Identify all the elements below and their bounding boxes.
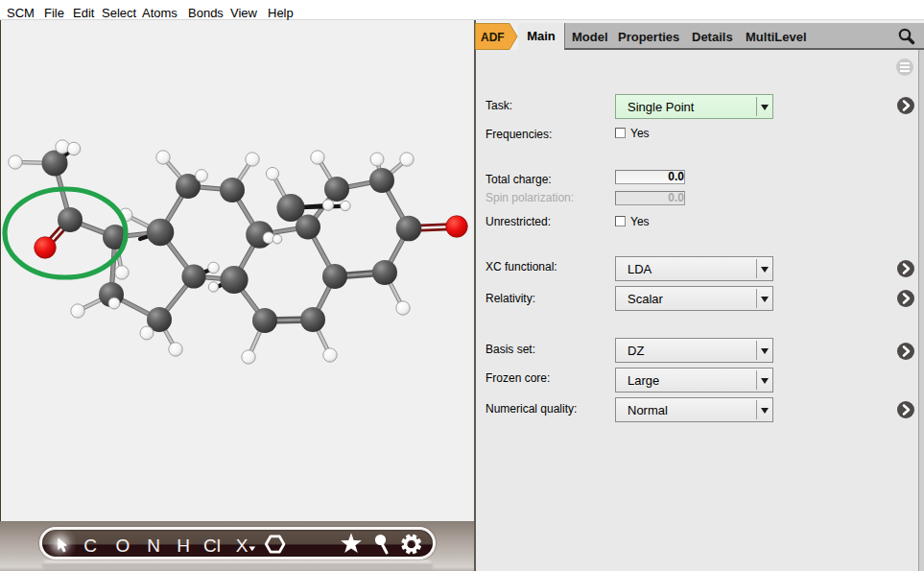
svg-text:ADF: ADF bbox=[481, 31, 505, 44]
